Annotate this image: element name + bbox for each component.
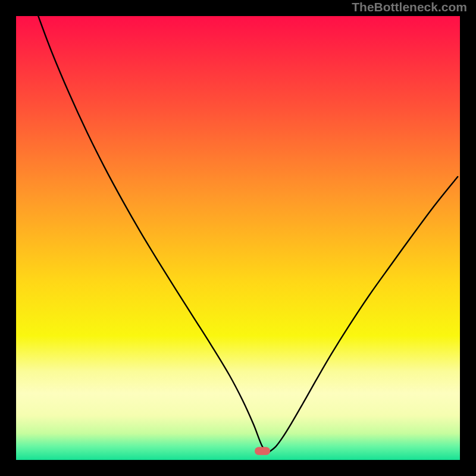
chart-marker-layer — [255, 447, 270, 455]
chart-svg — [16, 16, 460, 460]
chart-background — [16, 16, 460, 460]
chart-frame: TheBottleneck.com — [0, 0, 476, 476]
optimal-point-marker — [255, 447, 270, 455]
watermark-text: TheBottleneck.com — [352, 0, 467, 14]
chart-plot-area — [16, 16, 460, 460]
